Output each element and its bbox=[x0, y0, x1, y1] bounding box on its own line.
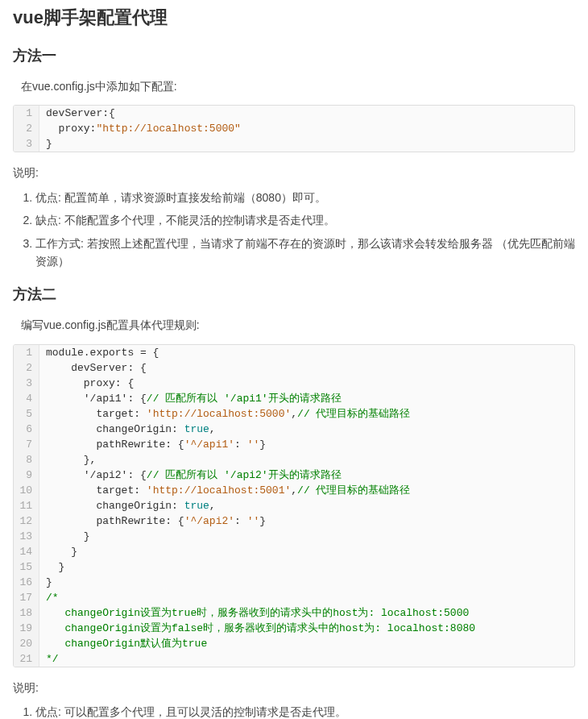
code-content: target: 'http://localhost:5001',// 代理目标的… bbox=[39, 483, 410, 498]
line-number: 13 bbox=[14, 529, 39, 544]
line-number: 3 bbox=[14, 376, 39, 391]
code-content: '/api1': {// 匹配所有以 '/api1'开头的请求路径 bbox=[39, 391, 342, 406]
line-number: 19 bbox=[14, 621, 39, 636]
list-item: 优点: 可以配置多个代理，且可以灵活的控制请求是否走代理。 bbox=[35, 703, 575, 719]
line-number: 14 bbox=[14, 544, 39, 559]
line-number: 11 bbox=[14, 498, 39, 513]
code-content: '/api2': {// 匹配所有以 '/api2'开头的请求路径 bbox=[39, 468, 342, 483]
code-line: 1devServer:{ bbox=[14, 106, 574, 121]
code-content: } bbox=[39, 559, 64, 575]
method2-heading: 方法二 bbox=[13, 283, 575, 306]
code-line: 14 } bbox=[14, 544, 574, 559]
code-line: 9 '/api2': {// 匹配所有以 '/api2'开头的请求路径 bbox=[14, 468, 574, 483]
code-content: module.exports = { bbox=[39, 345, 159, 360]
line-number: 6 bbox=[14, 422, 39, 437]
code-line: 16} bbox=[14, 575, 574, 590]
code-content: devServer:{ bbox=[39, 106, 115, 121]
line-number: 12 bbox=[14, 513, 39, 529]
method1-codeblock: 1devServer:{2 proxy:"http://localhost:50… bbox=[13, 105, 575, 152]
code-line: 1module.exports = { bbox=[14, 345, 574, 360]
code-line: 8 }, bbox=[14, 452, 574, 468]
code-line: 3 proxy: { bbox=[14, 376, 574, 391]
line-number: 20 bbox=[14, 636, 39, 651]
line-number: 2 bbox=[14, 121, 39, 136]
method2-points: 优点: 可以配置多个代理，且可以灵活的控制请求是否走代理。缺点: 配置略微繁琐，… bbox=[13, 703, 575, 719]
line-number: 2 bbox=[14, 360, 39, 376]
line-number: 8 bbox=[14, 452, 39, 468]
method1-heading: 方法一 bbox=[13, 44, 575, 68]
method1-points: 优点: 配置简单，请求资源时直接发给前端（8080）即可。缺点: 不能配置多个代… bbox=[13, 189, 575, 271]
line-number: 9 bbox=[14, 468, 39, 483]
code-line: 2 devServer: { bbox=[14, 360, 574, 376]
code-line: 2 proxy:"http://localhost:5000" bbox=[14, 121, 574, 136]
line-number: 1 bbox=[14, 345, 39, 360]
code-content: } bbox=[39, 529, 90, 544]
code-line: 6 changeOrigin: true, bbox=[14, 422, 574, 437]
method1-intro: 在vue.config.js中添加如下配置: bbox=[21, 77, 575, 95]
line-number: 7 bbox=[14, 437, 39, 452]
code-line: 3} bbox=[14, 136, 574, 152]
line-number: 15 bbox=[14, 559, 39, 575]
code-content: pathRewrite: {'^/api2': ''} bbox=[39, 513, 266, 529]
line-number: 17 bbox=[14, 590, 39, 605]
code-content: devServer: { bbox=[39, 360, 147, 376]
code-content: } bbox=[39, 544, 77, 559]
code-line: 19 changeOrigin设置为false时，服务器收到的请求头中的host… bbox=[14, 621, 574, 636]
code-line: 15 } bbox=[14, 559, 574, 575]
line-number: 3 bbox=[14, 136, 39, 152]
line-number: 10 bbox=[14, 483, 39, 498]
list-item: 缺点: 不能配置多个代理，不能灵活的控制请求是否走代理。 bbox=[35, 211, 575, 229]
code-content: changeOrigin默认值为true bbox=[39, 636, 207, 651]
code-content: pathRewrite: {'^/api1': ''} bbox=[39, 437, 266, 452]
code-line: 20 changeOrigin默认值为true bbox=[14, 636, 574, 651]
code-content: }, bbox=[39, 452, 96, 468]
page-title: vue脚手架配置代理 bbox=[13, 3, 575, 31]
code-line: 21*/ bbox=[14, 651, 574, 667]
line-number: 5 bbox=[14, 406, 39, 422]
method1-desc-label: 说明: bbox=[13, 164, 575, 181]
code-line: 12 pathRewrite: {'^/api2': ''} bbox=[14, 513, 574, 529]
code-line: 18 changeOrigin设置为true时，服务器收到的请求头中的host为… bbox=[14, 605, 574, 621]
code-line: 7 pathRewrite: {'^/api1': ''} bbox=[14, 437, 574, 452]
code-content: /* bbox=[39, 590, 59, 605]
line-number: 4 bbox=[14, 391, 39, 406]
code-content: changeOrigin: true, bbox=[39, 422, 216, 437]
method2-codeblock: 1module.exports = {2 devServer: {3 proxy… bbox=[13, 344, 575, 667]
code-content: proxy: { bbox=[39, 376, 134, 391]
code-line: 11 changeOrigin: true, bbox=[14, 498, 574, 513]
code-line: 13 } bbox=[14, 529, 574, 544]
code-line: 4 '/api1': {// 匹配所有以 '/api1'开头的请求路径 bbox=[14, 391, 574, 406]
code-content: */ bbox=[39, 651, 59, 667]
method2-intro: 编写vue.config.js配置具体代理规则: bbox=[21, 316, 575, 334]
code-content: } bbox=[39, 136, 52, 152]
code-content: } bbox=[39, 575, 52, 590]
code-content: changeOrigin设置为true时，服务器收到的请求头中的host为: l… bbox=[39, 605, 469, 621]
code-content: target: 'http://localhost:5000',// 代理目标的… bbox=[39, 406, 410, 422]
code-line: 5 target: 'http://localhost:5000',// 代理目… bbox=[14, 406, 574, 422]
code-content: changeOrigin: true, bbox=[39, 498, 216, 513]
code-line: 10 target: 'http://localhost:5001',// 代理… bbox=[14, 483, 574, 498]
line-number: 1 bbox=[14, 106, 39, 121]
method2-desc-label: 说明: bbox=[13, 679, 575, 696]
code-content: proxy:"http://localhost:5000" bbox=[39, 121, 241, 136]
line-number: 16 bbox=[14, 575, 39, 590]
line-number: 18 bbox=[14, 605, 39, 621]
list-item: 工作方式: 若按照上述配置代理，当请求了前端不存在的资源时，那么该请求会转发给服… bbox=[35, 235, 575, 271]
code-line: 17/* bbox=[14, 590, 574, 605]
code-content: changeOrigin设置为false时，服务器收到的请求头中的host为: … bbox=[39, 621, 475, 636]
line-number: 21 bbox=[14, 651, 39, 667]
list-item: 优点: 配置简单，请求资源时直接发给前端（8080）即可。 bbox=[35, 189, 575, 206]
